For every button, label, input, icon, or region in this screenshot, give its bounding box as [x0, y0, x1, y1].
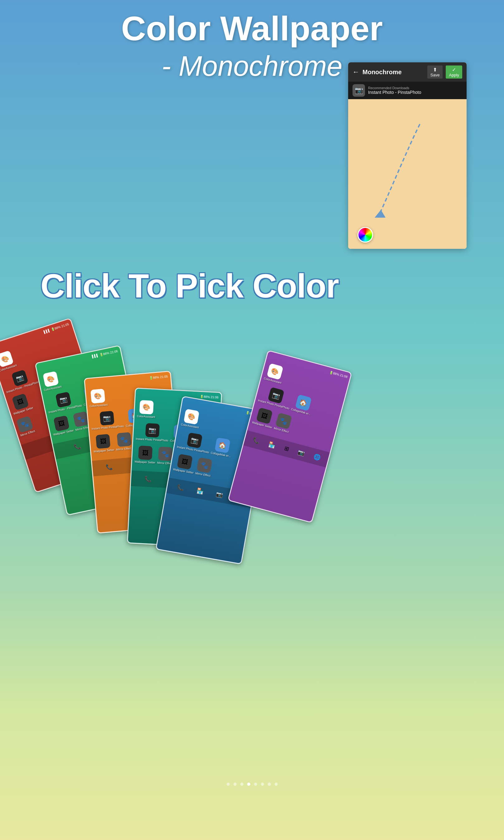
- phone-icon-purple: 📞: [252, 436, 260, 445]
- dot-8[interactable]: [275, 783, 278, 786]
- time-orange: 🔋88% 21:05: [149, 374, 168, 379]
- app-ip-teal: 📷 Instant Photo PinstaPhoto: [136, 423, 169, 442]
- time-display: 21:05: [61, 322, 69, 328]
- label-ip-o: Instant Photo PinstaPhoto: [92, 425, 124, 431]
- app-ip-green: 📷 Instant Photo - PinstaPhoto: [45, 390, 82, 414]
- status-icons-teal: 🔋88% 21:06: [200, 394, 218, 399]
- store-icon-purple: 🏪: [268, 441, 276, 449]
- apply-label: Apply: [449, 73, 459, 77]
- signal-icon-green: ▌▌▌: [92, 353, 99, 358]
- grid-icon-purple: ⊞: [283, 445, 290, 453]
- camera-icon: 📷: [355, 86, 363, 94]
- app-me-orange: 🐾 Mirror Effect...: [115, 432, 134, 451]
- status-icons-orange: 🔋88% 21:05: [149, 374, 168, 379]
- dot-4[interactable]: [247, 783, 250, 786]
- apply-button[interactable]: ✓ Apply: [446, 66, 462, 78]
- phone-mockup: ← Monochrome ⬆ Save ✓ Apply 📷 Recommende…: [348, 62, 467, 249]
- camera-icon-purple: 📷: [297, 449, 305, 457]
- dot-5[interactable]: [254, 783, 257, 786]
- rec-text-container: Recommended Downloads Instant Photo - Pi…: [368, 86, 421, 95]
- save-button[interactable]: ⬆ Save: [427, 66, 443, 78]
- phone-icon-teal: 📞: [144, 476, 151, 483]
- recommended-bar: 📷 Recommended Downloads Instant Photo - …: [348, 82, 467, 99]
- save-icon: ⬆: [433, 67, 437, 73]
- color-wheel-picker[interactable]: [358, 227, 373, 243]
- phone-icon-green: 📞: [73, 443, 82, 451]
- dot-6[interactable]: [261, 783, 264, 786]
- time-green: 21:06: [110, 349, 118, 354]
- rec-label: Recommended Downloads: [368, 86, 421, 90]
- toolbar: ← Monochrome ⬆ Save ✓ Apply: [348, 62, 467, 82]
- phone-icon-orange: 📞: [106, 463, 113, 471]
- app-ws-green: 🖼 Wallpaper Setter: [50, 414, 74, 436]
- app-ws-teal: 🖼 Wallpaper Setter: [134, 445, 157, 464]
- phones-fan: ▌▌▌ 🔋88% 21:05 🎨 ColorAssistant 📷 Instan…: [0, 327, 504, 811]
- dot-3[interactable]: [240, 783, 244, 786]
- phone-screen-purple: 🔋88% 21:08 🎨 ColorAssistant 📷 Instant Ph…: [228, 350, 352, 523]
- label-ca-t: ColorAssistant: [137, 414, 155, 418]
- cta-text-big: Click To Pick Color: [13, 268, 367, 303]
- color-canvas[interactable]: [348, 99, 467, 249]
- dot-1[interactable]: [227, 783, 230, 786]
- app-ca-green: 🎨 ColorAssistant: [40, 371, 62, 392]
- label-ca-b: ColorAssistant: [181, 423, 199, 429]
- app-ip-blue: 📷 Instant Photo PinstaPhoto: [177, 431, 212, 454]
- label-ws-o: Wallpaper Setter: [93, 448, 114, 453]
- camera-icon-blue: 📷: [215, 490, 223, 498]
- time-teal: 🔋88% 21:06: [200, 394, 218, 399]
- app-ip-orange: 📷 Instant Photo PinstaPhoto: [90, 410, 124, 431]
- dot-2[interactable]: [233, 783, 237, 786]
- signal-icon: ▌▌▌: [43, 328, 51, 334]
- store-icon-blue: 🏪: [196, 487, 204, 495]
- label-ip-t: Instant Photo PinstaPhoto: [136, 437, 168, 442]
- chrome-icon-purple: 🌐: [313, 453, 321, 461]
- phone-icon-blue: 📞: [176, 484, 184, 492]
- dashed-arrow: [370, 118, 432, 224]
- app-me-blue: 🐾 Mirror Effect: [195, 457, 213, 477]
- app-ws-blue: 🖼 Wallpaper Setter: [173, 453, 196, 475]
- label-me-o: Mirror Effect...: [116, 447, 134, 451]
- app-ca-teal: 🎨 ColorAssistant: [137, 400, 156, 419]
- label-ws-t: Wallpaper Setter: [134, 460, 156, 464]
- cta-overlay: Click To Pick Color: [13, 268, 367, 303]
- app-cm-blue: 🏠 CollageMak er...: [210, 437, 233, 458]
- app-ca-orange: 🎨 ColorAssistant: [88, 389, 108, 408]
- battery-green: 🔋88%: [99, 351, 110, 356]
- rec-app-name: Instant Photo - PinstaPhoto: [368, 90, 421, 95]
- battery-icon: 🔋88%: [51, 325, 61, 331]
- checkmark-icon: ✓: [452, 67, 456, 73]
- app-ws-orange: 🖼 Wallpaper Setter: [92, 434, 114, 453]
- app-icon-mirror: 🐾 Mirror Effect: [16, 415, 36, 437]
- label-cm-b: CollageMak er...: [210, 451, 231, 458]
- svg-marker-0: [375, 210, 385, 218]
- save-label: Save: [430, 73, 440, 77]
- app-icon-wallpaper: 🖼 Wallpaper Setter: [8, 392, 34, 415]
- app-ca-blue: 🎨 ColorAssistant: [181, 409, 202, 429]
- page-dots: [227, 783, 278, 786]
- app-title: Color Wallpaper: [0, 10, 504, 47]
- label-ca-o: ColorAssistant: [89, 403, 108, 408]
- rec-app-icon: 📷: [353, 84, 365, 97]
- back-icon[interactable]: ←: [353, 68, 359, 76]
- app-ca-purple: 🎨 ColorAssistant: [263, 363, 286, 385]
- app-me-purple: 🐾 Mirror Effect: [274, 412, 293, 434]
- app-icon-colorassistant: 🎨 ColorAssistant: [0, 350, 17, 372]
- app-cm-purple: 🏠 CollageMak er...: [291, 393, 315, 416]
- label-ws-b: Wallpaper Setter: [173, 468, 194, 474]
- dot-7[interactable]: [268, 783, 271, 786]
- toolbar-title: Monochrome: [362, 69, 424, 76]
- app-ws-purple: 🖼 Wallpaper Setter: [252, 407, 276, 429]
